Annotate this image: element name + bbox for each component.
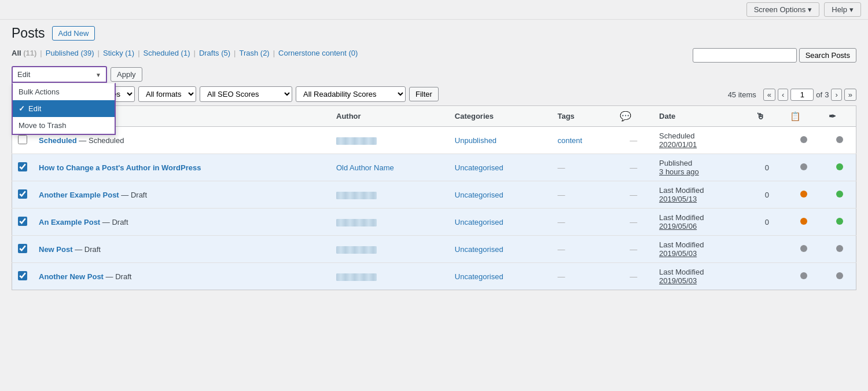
row-date-cell: Last Modified2019/05/06 (653, 209, 750, 236)
row-tags-cell: — (551, 181, 613, 209)
row-date-cell: Published3 hours ago (653, 154, 750, 181)
row-tags-cell: — (551, 209, 613, 236)
category-link[interactable]: Uncategorised (455, 272, 503, 281)
subsubsub-item-trash[interactable]: Trash (2) (239, 49, 269, 57)
row-author-cell: xxxxxxxxxx (330, 236, 449, 263)
row-categories-cell: Unpublished (449, 127, 552, 154)
date-value: 3 hours ago (659, 167, 744, 176)
row-categories-cell: Uncategorised (449, 209, 552, 236)
post-title-link[interactable]: How to Change a Post's Author in WordPre… (39, 163, 201, 172)
row-categories-cell: Uncategorised (449, 263, 552, 290)
row-date-cell: Last Modified2019/05/03 (653, 263, 750, 290)
nav-search-row: All (11) | Published (39) | Sticky (1) |… (12, 48, 856, 63)
category-link[interactable]: Uncategorised (455, 163, 503, 172)
subsubsub-item-all[interactable]: All (11) (12, 49, 36, 57)
row-seo-cell (784, 236, 823, 263)
post-title-suffix: — Draft (100, 218, 128, 226)
tag-dash: — (557, 245, 565, 254)
table-row: Scheduled — ScheduledxxxxxxxxxxUnpublish… (12, 127, 856, 154)
post-title-link[interactable]: An Example Post (39, 218, 100, 226)
readability-dot (836, 191, 843, 198)
filter-button[interactable]: Filter (409, 87, 439, 101)
row-author-cell: xxxxxxxxxx (330, 263, 449, 290)
last-page-button[interactable]: » (844, 89, 856, 101)
add-new-button[interactable]: Add New (52, 26, 95, 41)
search-input[interactable] (693, 48, 797, 63)
comments-icon: 💬 (620, 111, 631, 121)
date-status-label: Last Modified (659, 186, 744, 195)
post-title-link[interactable]: Scheduled (39, 136, 77, 145)
current-page-input[interactable]: 1 (790, 89, 814, 101)
readability-dot (836, 218, 843, 225)
post-title-link[interactable]: Another New Post (39, 272, 104, 281)
row-tags-cell: — (551, 154, 613, 181)
subsubsub-item-cornerstone[interactable]: Cornerstone content (0) (278, 49, 358, 57)
bulk-action-bulk-actions[interactable]: Bulk Actions (13, 83, 115, 100)
next-page-button[interactable]: › (831, 89, 841, 101)
row-title-cell: Another Example Post — Draft (33, 181, 330, 209)
row-checkbox-cell (12, 236, 34, 263)
date-status-label: Last Modified (659, 213, 744, 222)
total-pages: 3 (825, 90, 829, 99)
row-tags-cell: — (551, 236, 613, 263)
col-header-seo-icon: 🖰 (750, 106, 785, 127)
filter-readability-select[interactable]: All Readability Scores (296, 86, 406, 102)
prev-page-button[interactable]: ‹ (778, 89, 788, 101)
row-checkbox[interactable] (18, 244, 27, 253)
first-page-button[interactable]: « (763, 89, 775, 101)
subsubsub-item-scheduled[interactable]: Scheduled (1) (144, 49, 190, 57)
row-comments-cell: — (614, 154, 653, 181)
filter-formats-select[interactable]: All formats (138, 86, 196, 102)
row-checkbox-cell (12, 154, 34, 181)
row-categories-cell: Uncategorised (449, 236, 552, 263)
table-row: Another Example Post — DraftxxxxxxxxxxUn… (12, 181, 856, 209)
row-checkbox[interactable] (18, 135, 27, 144)
sep-6: | (273, 49, 275, 57)
row-date-cell: Last Modified2019/05/03 (653, 236, 750, 263)
row-title-cell: How to Change a Post's Author in WordPre… (33, 154, 330, 181)
subsubsub-item-sticky[interactable]: Sticky (1) (103, 49, 134, 57)
row-checkbox[interactable] (18, 217, 27, 226)
seo-icon: 🖰 (756, 111, 764, 121)
apply-button[interactable]: Apply (111, 67, 142, 82)
date-value: 2019/05/13 (659, 195, 744, 203)
bulk-actions-menu: Bulk Actions ✓ Edit Move to Trash (12, 83, 116, 135)
search-posts-button[interactable]: Search Posts (799, 48, 856, 63)
help-button[interactable]: Help ▾ (824, 2, 861, 17)
tablenav-top: Edit Bulk Actions ✓ Edit Move to Trash (12, 66, 856, 102)
row-checkbox[interactable] (18, 162, 27, 171)
screen-options-arrow-icon: ▾ (808, 5, 812, 14)
comment-count: — (630, 136, 637, 145)
row-tags-cell: — (551, 263, 613, 290)
category-link[interactable]: Unpublished (455, 136, 496, 145)
filter-seo-select[interactable]: All SEO Scores (200, 86, 292, 102)
date-value: 2019/05/06 (659, 222, 744, 231)
bulk-actions-dropdown[interactable]: Edit Bulk Actions ✓ Edit Move to Trash (12, 66, 107, 83)
bulk-action-edit[interactable]: ✓ Edit (13, 100, 115, 117)
post-title-link[interactable]: Another Example Post (39, 191, 119, 199)
category-link[interactable]: Uncategorised (455, 218, 503, 226)
tag-link[interactable]: content (557, 136, 582, 145)
edit-label: Edit (28, 104, 41, 113)
bulk-actions-trigger[interactable]: Edit (12, 66, 107, 83)
category-link[interactable]: Uncategorised (455, 191, 503, 199)
col-header-write-icon: ✒ (823, 106, 856, 127)
row-seo-cell (784, 209, 823, 236)
bulk-actions-selected-label: Edit (17, 70, 30, 79)
subsubsub-item-drafts[interactable]: Drafts (5) (199, 49, 230, 57)
bulk-action-trash[interactable]: Move to Trash (13, 117, 115, 134)
category-link[interactable]: Uncategorised (455, 245, 503, 254)
col-header-tags: Tags (551, 106, 613, 127)
screen-options-button[interactable]: Screen Options ▾ (746, 2, 820, 17)
tablenav-left: Edit Bulk Actions ✓ Edit Move to Trash (12, 66, 439, 102)
row-checkbox[interactable] (18, 189, 27, 199)
row-count-cell (750, 127, 785, 154)
author-link[interactable]: Old Author Name (336, 163, 394, 172)
sep-3: | (138, 49, 139, 57)
subsubsub-item-published[interactable]: Published (39) (46, 49, 94, 57)
row-author-cell: xxxxxxxxxx (330, 127, 449, 154)
row-author-cell: Old Author Name (330, 154, 449, 181)
post-title-link[interactable]: New Post (39, 245, 73, 254)
row-author-cell: xxxxxxxxxx (330, 209, 449, 236)
row-checkbox[interactable] (18, 271, 27, 280)
